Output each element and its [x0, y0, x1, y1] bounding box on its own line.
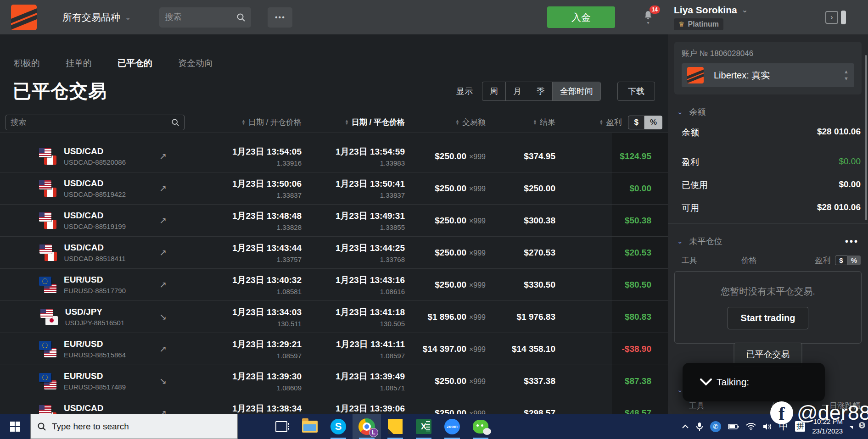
trade-row[interactable]: EUR/USD EURUSD-88517790 ↗ 1月23日 13:40:32…: [0, 269, 668, 301]
ticket-id: USDCAD-88520086: [64, 158, 126, 166]
table-header: ▲▼日期 / 开仓价格 ▲▼日期 / 平仓价格 ▲▼交易额 ▲▼结果 ▲▼ 盈利…: [0, 112, 668, 133]
taskbar-app-sticky-notes[interactable]: [381, 414, 409, 439]
skype-call-icon[interactable]: ✆: [710, 421, 721, 432]
trade-result: $374.95: [524, 151, 555, 161]
currency-pair-flags-icon: [39, 277, 56, 293]
trade-amount: $14 397.00: [423, 344, 466, 354]
account-spinner-icons[interactable]: ▲▼: [844, 69, 849, 81]
direction-arrow-icon: ↗: [159, 279, 185, 290]
tab-资金动向[interactable]: 资金动向: [178, 57, 213, 69]
account-sidebar: 账户 № 1806028046 Libertex: 真实 ▲▼ ⌄ 余额 余额$…: [668, 34, 868, 414]
user-menu[interactable]: Liya Sorokina ⌄ ♛ Platinum: [674, 5, 825, 30]
period-button[interactable]: 全部时间: [553, 82, 600, 100]
percent-toggle[interactable]: %: [644, 116, 662, 129]
trade-result: $1 976.83: [516, 312, 555, 322]
trade-row[interactable]: USD/CAD USDCAD-88519422 ↗ 1月23日 13:50:06…: [0, 172, 668, 205]
taskbar-search[interactable]: Type here to search: [30, 414, 238, 439]
taskbar-app-wechat[interactable]: [466, 414, 495, 439]
start-button[interactable]: [0, 414, 30, 439]
microphone-icon[interactable]: [696, 422, 703, 431]
percent-toggle[interactable]: %: [847, 256, 861, 265]
dollar-toggle[interactable]: $: [628, 116, 644, 129]
table-search[interactable]: [6, 115, 185, 130]
account-selector[interactable]: Libertex: 真实 ▲▼: [682, 63, 854, 87]
user-name: Liya Sorokina: [674, 5, 737, 16]
download-button[interactable]: 下载: [617, 82, 655, 101]
trade-row[interactable]: USD/CAD USDCAD-88519199 ↗ 1月23日 13:48:48…: [0, 205, 668, 237]
trade-row[interactable]: USD/CAD USDCAD-88520086 ↗ 1月23日 13:54:05…: [0, 140, 668, 172]
direction-arrow-icon: ↗: [159, 215, 185, 226]
search-icon: [236, 13, 246, 22]
close-price: 1.33855: [380, 223, 405, 231]
chrome-icon: L: [358, 418, 375, 435]
chevron-down-icon: ⌄: [677, 108, 683, 116]
sort-icon: ▲▼: [345, 120, 349, 125]
trades-table-body: USDCAD-88520367 1.34007 1.33938 USD/CAD …: [0, 133, 668, 414]
file-explorer-icon: [302, 421, 318, 433]
profit-unit-toggle[interactable]: $ %: [835, 256, 861, 265]
column-result[interactable]: ▲▼结果: [486, 117, 555, 128]
deposit-button[interactable]: 入金: [547, 6, 615, 28]
taskbar-app-skype[interactable]: S: [324, 414, 353, 439]
tab-挂单的[interactable]: 挂单的: [66, 57, 92, 69]
trade-row[interactable]: USD/CAD USDCAD-88518411 ↗ 1月23日 13:43:44…: [0, 237, 668, 269]
open-price: 1.08597: [277, 352, 302, 360]
profit-unit-toggle[interactable]: $ %: [628, 116, 662, 129]
balance-label: 已使用: [682, 179, 708, 191]
multiplier: ×999: [469, 249, 486, 257]
taskbar-app-task-view[interactable]: [267, 414, 296, 439]
period-button[interactable]: 周: [482, 82, 506, 100]
open-date: 1月23日 13:50:06: [232, 178, 302, 190]
chevron-up-icon[interactable]: [682, 424, 689, 429]
open-positions-section-header[interactable]: ⌄ 未平仓位 •••: [677, 236, 859, 247]
taskbar-app-zoom-app[interactable]: zoom: [438, 414, 466, 439]
column-profit[interactable]: ▲▼ 盈利 $ %: [555, 116, 662, 129]
libertex-logo-icon[interactable]: [11, 5, 37, 30]
open-price: 1.33828: [277, 223, 302, 231]
battery-icon[interactable]: [728, 423, 739, 430]
wifi-icon[interactable]: [746, 423, 756, 430]
period-button[interactable]: 季: [529, 82, 553, 100]
global-search[interactable]: [159, 7, 251, 28]
global-search-input[interactable]: [165, 12, 236, 22]
sticky-notes-icon: [388, 419, 403, 434]
more-menu-button[interactable]: •••: [268, 7, 292, 28]
start-trading-button[interactable]: Start trading: [728, 307, 809, 329]
close-date: 1月23日 13:39:06: [336, 403, 405, 414]
pair-name: USD/CAD: [64, 146, 126, 156]
talking-label: Talking:: [717, 377, 749, 388]
pair-name: EUR/USD: [64, 275, 126, 285]
trade-profit: $20.53: [625, 248, 651, 258]
taskbar-app-chrome[interactable]: L: [353, 414, 381, 439]
trade-row[interactable]: USD/JPY USDJPY-88516501 ↘ 1月23日 13:34:03…: [0, 301, 668, 333]
column-amount[interactable]: ▲▼交易额: [405, 117, 486, 128]
section-menu-icon[interactable]: •••: [845, 236, 859, 247]
tab-已平仓的[interactable]: 已平仓的: [118, 57, 152, 69]
close-price: 1.33837: [380, 191, 405, 199]
table-search-input[interactable]: [11, 118, 171, 127]
column-close-price[interactable]: ▲▼日期 / 平仓价格: [302, 117, 405, 128]
trade-row[interactable]: EUR/USD EURUSD-88517489 ↘ 1月23日 13:39:30…: [0, 365, 668, 397]
trade-row[interactable]: USD/CAD USDCAD-88516214 ↗ 1月23日 13:38:34…: [0, 397, 668, 414]
balance-section-header[interactable]: ⌄ 余额: [677, 106, 859, 117]
open-price: 130.511: [277, 320, 302, 328]
dollar-toggle[interactable]: $: [835, 256, 847, 265]
talking-tooltip[interactable]: Talking:: [683, 363, 825, 401]
notifications-button[interactable]: 14 ▾: [639, 10, 657, 25]
sort-icon: ▲▼: [241, 120, 246, 125]
collapse-panel-button[interactable]: ›: [825, 11, 846, 24]
column-open-price[interactable]: ▲▼日期 / 开仓价格: [185, 117, 302, 128]
account-number: 账户 № 1806028046: [682, 48, 854, 59]
taskbar-app-file-explorer[interactable]: [296, 414, 324, 439]
taskbar-app-excel[interactable]: X: [409, 414, 438, 439]
balance-label: 盈利: [682, 156, 699, 168]
pair-name: USD/CAD: [64, 211, 126, 221]
trade-amount: $250.00: [435, 280, 466, 289]
trade-row[interactable]: EUR/USD EURUSD-88515864 ↗ 1月23日 13:29:21…: [0, 333, 668, 365]
period-button[interactable]: 月: [506, 82, 529, 100]
empty-state-text: 您暂时没有未平仓交易.: [721, 285, 815, 298]
sidebar-scrollbar[interactable]: [865, 55, 867, 220]
instruments-dropdown[interactable]: 所有交易品种 ⌄: [62, 11, 131, 24]
pair-name: USD/CAD: [64, 178, 126, 189]
tab-积极的[interactable]: 积极的: [14, 57, 40, 69]
